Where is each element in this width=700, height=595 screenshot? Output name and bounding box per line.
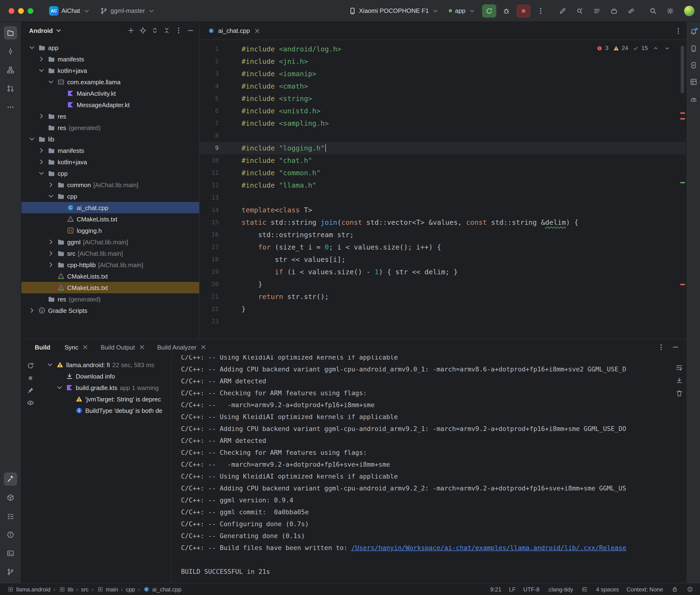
rerun-button[interactable] <box>482 4 496 18</box>
commit-tool-button[interactable] <box>4 45 17 58</box>
todo-tool-button[interactable] <box>4 510 17 523</box>
clang-tidy-widget[interactable]: .clang-tidy <box>547 586 573 593</box>
device-selector[interactable]: Xiaomi POCOPHONE F1 <box>345 5 443 17</box>
project-tree-item-mainactivity-kt[interactable]: MainActivity.kt <box>22 88 199 99</box>
scroll-to-end-icon[interactable] <box>675 377 683 384</box>
ai-search-button[interactable] <box>572 4 587 18</box>
passed-count-item[interactable]: 15 <box>632 44 648 52</box>
sync-tree-item-buildtype-debug-is-both-de[interactable]: BuildType 'debug' is both de <box>39 405 171 416</box>
project-tree-item-cpp-httplib[interactable]: cpp-httplib [AiChat.lib.main] <box>22 259 199 271</box>
build-tab-sync[interactable]: Sync <box>60 341 94 353</box>
structure-tool-button[interactable] <box>4 63 17 77</box>
project-tree-item-cmakelists-txt[interactable]: CMakeLists.txt <box>22 282 199 293</box>
info-widget[interactable] <box>686 586 694 593</box>
project-tree-item-kotlin-java[interactable]: kotlin+java <box>22 65 199 76</box>
project-tree-item-res[interactable]: res <box>22 111 199 122</box>
error-stripe-mark[interactable] <box>680 112 685 114</box>
close-tab-icon[interactable] <box>82 343 89 351</box>
chevron-down-icon[interactable] <box>55 27 62 34</box>
vcs-branch-selector[interactable]: ggml-master <box>97 5 159 17</box>
minimize-window-button[interactable] <box>18 8 24 13</box>
project-tree[interactable]: appmanifestskotlin+javacom.example.llama… <box>22 39 199 339</box>
project-tree-item-gradle-scripts[interactable]: GGradle Scripts <box>22 305 199 316</box>
options-icon[interactable] <box>175 27 183 34</box>
breadcrumb-cpp[interactable]: cpp <box>126 586 135 593</box>
chevron-down-icon[interactable] <box>38 67 45 74</box>
sync-tree-item-llama-android-fi[interactable]: llama.android: fi22 sec, 583 ms <box>39 359 171 370</box>
sync-result-tree[interactable]: llama.android: fi22 sec, 583 msDownload … <box>39 355 171 583</box>
project-tree-item-cmakelists-txt[interactable]: CMakeLists.txt <box>22 271 199 282</box>
sync-console[interactable]: C/C++: -- Using KleidiAI optimized kerne… <box>171 355 686 583</box>
breadcrumb-llama-android[interactable]: llama.android <box>7 586 51 593</box>
plugins-button[interactable] <box>607 4 621 18</box>
breadcrumb-main[interactable]: main <box>96 586 118 593</box>
close-tab-icon[interactable] <box>253 27 261 34</box>
project-tree-item-res[interactable]: res (generated) <box>22 293 199 305</box>
view-options-icon[interactable] <box>27 399 34 407</box>
inspections-widget[interactable]: 3 24 15 <box>593 43 674 53</box>
sync-tree-item-download-info[interactable]: Download info <box>39 370 171 382</box>
chevron-down-icon[interactable] <box>46 361 54 369</box>
project-view-selector[interactable]: Android <box>29 27 53 34</box>
stop-sync-icon[interactable] <box>27 374 34 382</box>
running-devices-tool-button[interactable] <box>688 59 699 71</box>
build-options-icon[interactable] <box>657 343 665 351</box>
chevron-right-icon[interactable] <box>47 250 55 257</box>
sync-tree-item-build-gradle-kts[interactable]: build.gradle.ktsapp 1 warning <box>39 382 171 393</box>
settings-button[interactable] <box>663 4 677 18</box>
project-tree-item-kotlin-java[interactable]: kotlin+java <box>22 156 199 168</box>
build-tool-button[interactable] <box>4 472 17 486</box>
chevron-down-icon[interactable] <box>47 78 55 86</box>
project-tree-item-cpp[interactable]: cpp <box>22 191 199 202</box>
chevron-right-icon[interactable] <box>47 238 55 246</box>
warning-count-item[interactable]: 24 <box>612 44 628 52</box>
error-stripe-mark[interactable] <box>680 118 685 119</box>
select-opened-file-icon[interactable] <box>139 27 147 34</box>
chevron-right-icon[interactable] <box>47 261 55 268</box>
chevron-right-icon[interactable] <box>38 147 45 154</box>
chevron-right-icon[interactable] <box>47 181 55 189</box>
previous-issue-icon[interactable] <box>652 44 659 52</box>
expand-all-icon[interactable] <box>151 27 159 34</box>
error-stripe-mark[interactable] <box>680 284 685 285</box>
indentation-widget[interactable]: 4 spaces <box>596 586 619 593</box>
dependencies-tool-button[interactable] <box>4 491 17 504</box>
build-tab-build-analyzer[interactable]: Build Analyzer <box>152 341 212 353</box>
pin-icon[interactable] <box>27 387 34 394</box>
edit-actions-button[interactable] <box>555 4 570 18</box>
chevron-right-icon[interactable] <box>38 158 45 166</box>
next-issue-icon[interactable] <box>663 44 671 52</box>
tab-options-icon[interactable] <box>674 27 682 34</box>
version-control-tool-button[interactable] <box>4 565 17 578</box>
project-tree-item-lib[interactable]: lib <box>22 133 199 145</box>
run-configuration-selector[interactable]: app <box>446 5 479 17</box>
clear-console-icon[interactable] <box>675 390 683 397</box>
run-context-widget[interactable]: Context: None <box>627 586 663 593</box>
editor-tab-ai-chat-cpp[interactable]: C ai_chat.cpp <box>200 22 265 39</box>
app-quality-insights-tool-button[interactable] <box>688 93 699 104</box>
project-tree-item-ggml[interactable]: ggml [AiChat.lib.main] <box>22 236 199 248</box>
search-everywhere-button[interactable] <box>646 4 660 18</box>
zoom-window-button[interactable] <box>28 8 33 13</box>
project-tree-item-src[interactable]: src [AiChat.lib.main] <box>22 248 199 259</box>
breadcrumb-ai-chat-cpp[interactable]: Cai_chat.cpp <box>143 586 181 593</box>
project-tree-item-ai-chat-cpp[interactable]: Cai_chat.cpp <box>22 202 199 213</box>
build-tab-build-output[interactable]: Build Output <box>96 341 150 353</box>
rerun-sync-icon[interactable] <box>27 362 34 370</box>
project-tree-item-cpp[interactable]: cpp <box>22 168 199 179</box>
editor-scrollbar[interactable] <box>681 46 684 93</box>
share-button[interactable] <box>624 4 638 18</box>
project-tree-item-app[interactable]: app <box>22 42 199 53</box>
console-file-link[interactable]: /Users/hanyin/Workspace/ai-chat/examples… <box>351 544 626 551</box>
project-selector[interactable]: AC AiChat <box>46 4 94 18</box>
terminal-tool-button[interactable] <box>4 547 17 560</box>
chevron-down-icon[interactable] <box>56 384 63 391</box>
chevron-right-icon[interactable] <box>38 112 45 120</box>
layout-inspector-tool-button[interactable] <box>688 76 699 88</box>
sync-tree-item-jvmtarget-string-is-deprec[interactable]: 'jvmTarget: String' is deprec <box>39 393 171 405</box>
breadcrumb-src[interactable]: src <box>81 586 89 593</box>
project-tool-button[interactable] <box>4 26 17 39</box>
project-tree-item-res[interactable]: res (generated) <box>22 122 199 133</box>
soft-wrap-icon[interactable] <box>675 364 683 371</box>
project-tree-item-cmakelists-txt[interactable]: CMakeLists.txt <box>22 213 199 225</box>
